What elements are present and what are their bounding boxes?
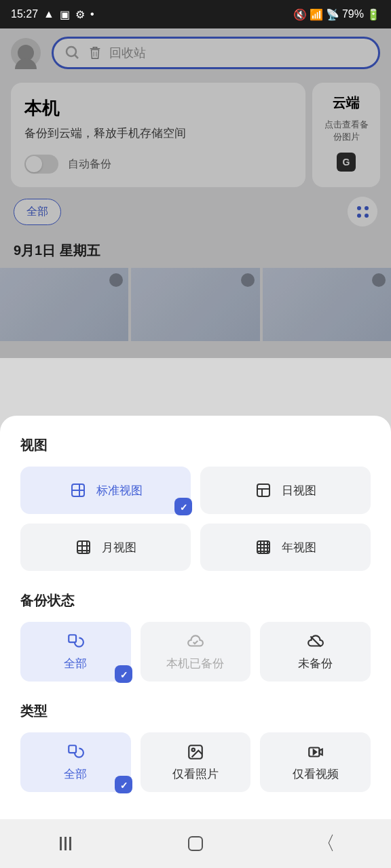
- backup-section-title: 备份状态: [20, 591, 371, 610]
- grid-icon: [69, 481, 87, 499]
- svg-rect-24: [69, 745, 77, 753]
- svg-marker-29: [313, 749, 316, 754]
- type-videos-option[interactable]: 仅看视频: [260, 732, 371, 792]
- photo-icon: [187, 743, 204, 761]
- backup-all-option[interactable]: 全部: [20, 622, 131, 682]
- cloud-check-icon: [187, 633, 204, 650]
- nav-bar: 〈: [0, 819, 391, 868]
- all-icon: [67, 633, 84, 650]
- type-all-option[interactable]: 全部: [20, 732, 131, 792]
- settings-icon: ⚙: [75, 8, 85, 21]
- nav-recent-button[interactable]: [24, 827, 106, 860]
- backup-synced-option[interactable]: 本机已备份: [141, 622, 251, 682]
- battery-icon: 🔋: [367, 8, 380, 21]
- status-time: 15:27: [11, 8, 38, 20]
- filter-sheet: 视图 标准视图 日视图 月视图 年视图 备份状态: [0, 416, 391, 819]
- type-section-title: 类型: [20, 702, 371, 720]
- backup-unsynced-option[interactable]: 未备份: [260, 622, 371, 682]
- nav-home-button[interactable]: [155, 827, 236, 860]
- month-icon: [75, 538, 92, 556]
- video-icon: [307, 743, 324, 761]
- view-month-option[interactable]: 月视图: [20, 524, 191, 571]
- wifi-icon: 📶: [310, 8, 323, 21]
- signal-icon: 📡: [326, 8, 339, 21]
- year-icon: [255, 538, 272, 556]
- cloud-slash-icon: [307, 633, 324, 650]
- svg-point-26: [192, 748, 195, 751]
- dot-icon: •: [90, 8, 94, 20]
- status-bar: 15:27 ▲ ▣ ⚙ • 🔇 📶 📡 79% 🔋: [0, 0, 391, 28]
- view-standard-option[interactable]: 标准视图: [20, 467, 191, 514]
- mute-icon: 🔇: [293, 8, 307, 21]
- warning-icon: ▲: [43, 8, 54, 20]
- type-photos-option[interactable]: 仅看照片: [141, 732, 251, 792]
- view-day-option[interactable]: 日视图: [200, 467, 371, 514]
- view-section-title: 视图: [20, 436, 371, 454]
- svg-marker-28: [319, 749, 322, 755]
- image-icon: ▣: [60, 8, 70, 21]
- svg-rect-22: [69, 635, 77, 642]
- svg-rect-10: [77, 541, 90, 553]
- svg-rect-7: [257, 484, 269, 496]
- day-icon: [255, 481, 272, 499]
- all-icon: [67, 743, 84, 761]
- view-year-option[interactable]: 年视图: [200, 524, 371, 571]
- nav-back-button[interactable]: 〈: [285, 827, 367, 860]
- battery-percent: 79%: [342, 8, 364, 20]
